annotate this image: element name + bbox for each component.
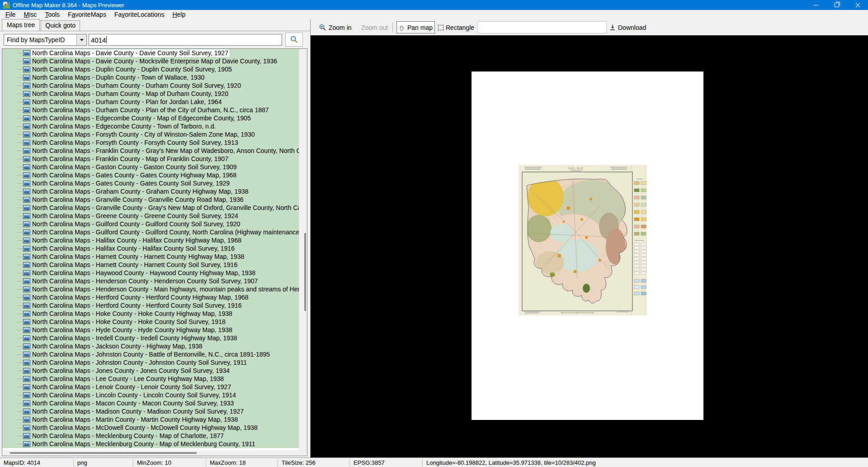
close-button[interactable] — [847, 0, 868, 10]
rectangle-button[interactable]: Rectangle — [438, 21, 474, 33]
map-item-icon — [23, 181, 30, 186]
tree-item[interactable]: North Carolina Maps - Duplin County - Du… — [2, 65, 299, 73]
tree-item[interactable]: North Carolina Maps - Durham County - Pl… — [2, 106, 299, 114]
status-bar: MapsID: 4014 png MinZoom: 10 MaxZoom: 18… — [0, 457, 868, 467]
tree-item[interactable]: North Carolina Maps - Harnett County - H… — [2, 261, 299, 269]
tree-item[interactable]: North Carolina Maps - McDowell County - … — [2, 424, 299, 432]
tree-item[interactable]: North Carolina Maps - Durham County - Ma… — [2, 90, 299, 98]
tree-item[interactable]: North Carolina Maps - Gates County - Gat… — [2, 171, 299, 179]
tree-item[interactable]: North Carolina Maps - Madison County - M… — [2, 407, 299, 415]
tree-item[interactable]: North Carolina Maps - Mecklenburg County… — [2, 432, 299, 440]
tree-item[interactable]: North Carolina Maps - Greene County - Gr… — [2, 212, 299, 220]
toolbar-address-input[interactable] — [477, 21, 607, 33]
tab-quick-goto[interactable]: Quick goto — [41, 20, 80, 31]
map-viewport[interactable]: SOIL MAP — [311, 35, 868, 458]
tree-item[interactable]: North Carolina Maps - Hertford County - … — [2, 293, 299, 301]
tree-item[interactable]: North Carolina Maps - Granville County -… — [2, 195, 299, 204]
tree-connector — [17, 53, 23, 53]
tree-item[interactable]: North Carolina Maps - Hoke County - Hoke… — [2, 318, 299, 326]
tree-item[interactable]: North Carolina Maps - Guilford County - … — [2, 228, 299, 236]
menu-tools[interactable]: Tools — [41, 10, 64, 19]
tree-item[interactable]: North Carolina Maps - Jones County - Jon… — [2, 367, 299, 375]
tree-item[interactable]: North Carolina Maps - Gaston County - Ga… — [2, 163, 299, 171]
tree-item-label: North Carolina Maps - Granville County -… — [31, 196, 245, 204]
combo-dropdown-button[interactable] — [76, 34, 86, 45]
tree-item[interactable]: North Carolina Maps - Jackson County - H… — [2, 342, 299, 350]
tree-item[interactable]: North Carolina Maps - Granville County -… — [2, 204, 299, 212]
tree-item[interactable]: North Carolina Maps - Hertford County - … — [2, 301, 299, 310]
tree-item[interactable]: North Carolina Maps - Mecklenburg County… — [2, 440, 299, 448]
minimize-button[interactable] — [806, 0, 826, 10]
restore-button[interactable] — [826, 0, 847, 10]
tree-item[interactable]: North Carolina Maps - Lee County - Lee C… — [2, 375, 299, 383]
tree-item[interactable]: North Carolina Maps - Forsyth County - C… — [2, 130, 299, 138]
tree-item[interactable]: North Carolina Maps - Franklin County - … — [2, 147, 299, 155]
maps-tree: North Carolina Maps - Davie County - Dav… — [2, 48, 307, 456]
tree-item[interactable]: North Carolina Maps - Davie County - Dav… — [2, 49, 299, 57]
tree-item[interactable]: North Carolina Maps - Franklin County - … — [2, 155, 299, 163]
tab-maps-tree[interactable]: Maps tree — [2, 19, 40, 31]
tree-horizontal-scrollbar[interactable] — [2, 450, 307, 456]
tree-item-label: North Carolina Maps - Hertford County - … — [31, 302, 243, 310]
tree-item[interactable]: North Carolina Maps - Henderson County -… — [2, 277, 299, 285]
tree-item[interactable]: North Carolina Maps - Lincoln County - L… — [2, 391, 299, 399]
tree-item[interactable]: North Carolina Maps - Iredell County - I… — [2, 334, 299, 342]
find-mode-select[interactable]: Find by MapsTypeID — [4, 34, 87, 46]
tree-item[interactable]: North Carolina Maps - Macon County - Mac… — [2, 399, 299, 407]
tree-item[interactable]: North Carolina Maps - Edgecombe County -… — [2, 122, 299, 130]
map-item-icon — [23, 433, 30, 439]
zoom-in-label: Zoom in — [329, 24, 352, 31]
menu-help[interactable]: Help — [168, 10, 189, 19]
menu-favorite-locations[interactable]: FavoriteLocations — [110, 10, 169, 19]
tree-item-label: North Carolina Maps - Duplin County - Du… — [31, 66, 233, 73]
download-button[interactable]: Download — [609, 21, 646, 33]
tree-item[interactable]: North Carolina Maps - Martin County - Ma… — [2, 415, 299, 424]
tree-item[interactable]: North Carolina Maps - Haywood County - H… — [2, 269, 299, 277]
tree-vertical-scrollbar[interactable] — [299, 49, 307, 451]
search-input[interactable]: 4014 — [89, 34, 282, 46]
tree-connector — [17, 289, 23, 290]
zoom-in-button[interactable]: Zoom in — [319, 21, 352, 33]
map-item-icon — [23, 172, 30, 178]
tree-item[interactable]: North Carolina Maps - Graham County - Gr… — [2, 187, 299, 195]
map-item-icon — [23, 384, 30, 390]
tree-item[interactable]: North Carolina Maps - Harnett County - H… — [2, 253, 299, 261]
tree-item-label: North Carolina Maps - Martin County - Ma… — [31, 416, 239, 424]
tree-item[interactable]: North Carolina Maps - Gates County - Gat… — [2, 179, 299, 187]
tree-item[interactable]: North Carolina Maps - Hyde County - Hyde… — [2, 326, 299, 334]
tree-item[interactable]: North Carolina Maps - Halifax County - H… — [2, 236, 299, 244]
menu-favorite-maps[interactable]: FavoriteMaps — [64, 10, 110, 19]
zoom-out-button[interactable]: Zoom out — [361, 21, 388, 33]
pan-map-button[interactable]: Pan map — [396, 21, 435, 33]
map-item-icon — [23, 368, 30, 374]
menu-misc[interactable]: Misc — [20, 10, 41, 19]
tree-item-label: North Carolina Maps - Johnston County - … — [31, 351, 271, 358]
tree-connector — [17, 305, 23, 306]
tree-item[interactable]: North Carolina Maps - Halifax County - H… — [2, 244, 299, 253]
tree-item[interactable]: North Carolina Maps - Henderson County -… — [2, 285, 299, 293]
menu-file[interactable]: File — [1, 10, 20, 19]
tree-item[interactable]: North Carolina Maps - Guilford County - … — [2, 220, 299, 228]
tree-item[interactable]: North Carolina Maps - Durham County - Du… — [2, 81, 299, 90]
tree-item[interactable]: North Carolina Maps - Durham County - Pl… — [2, 98, 299, 106]
search-button[interactable] — [285, 33, 303, 47]
tree-item[interactable]: North Carolina Maps - Edgecombe County -… — [2, 114, 299, 122]
tree-item-label: North Carolina Maps - Guilford County - … — [31, 220, 241, 228]
vertical-scrollbar-thumb[interactable] — [304, 233, 306, 311]
tree-item[interactable]: North Carolina Maps - Forsyth County - F… — [2, 138, 299, 147]
tree-item-label: North Carolina Maps - Gates County - Gat… — [31, 172, 238, 179]
tree-item[interactable]: North Carolina Maps - Johnston County - … — [2, 358, 299, 367]
tree-item[interactable]: North Carolina Maps - Hoke County - Hoke… — [2, 310, 299, 318]
tree-item[interactable]: North Carolina Maps - Lenoir County - Le… — [2, 383, 299, 391]
tree-item[interactable]: North Carolina Maps - Johnston County - … — [2, 350, 299, 358]
map-item-icon — [23, 189, 30, 195]
map-item-icon — [23, 254, 30, 260]
tree-connector — [17, 224, 23, 224]
tree-item[interactable]: North Carolina Maps - Duplin County - To… — [2, 73, 299, 81]
map-item-icon — [23, 425, 30, 431]
tree-item[interactable]: North Carolina Maps - Davie County - Moc… — [2, 57, 299, 65]
tree-connector — [17, 69, 23, 70]
horizontal-scrollbar-thumb[interactable] — [10, 452, 197, 454]
tree-item-label: North Carolina Maps - Haywood County - H… — [31, 269, 257, 277]
tree-connector — [17, 126, 23, 127]
